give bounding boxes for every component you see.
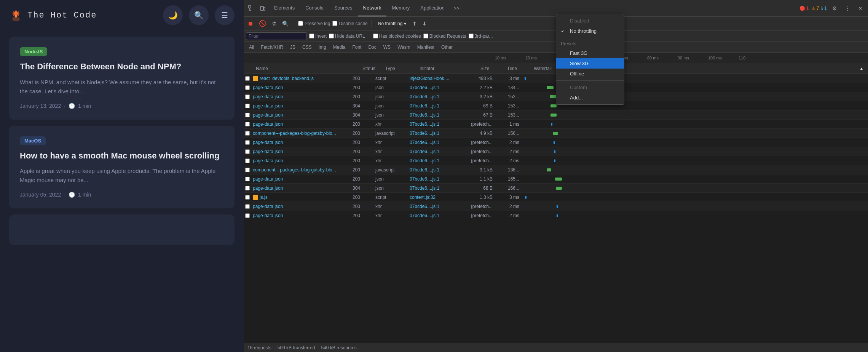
blog-card-title-2: How to have a smooth Mac mouse wheel scr…	[20, 150, 224, 162]
hamburger-icon: ☰	[221, 11, 228, 20]
type-tab-font[interactable]: Font	[349, 44, 364, 51]
col-header-initiator[interactable]: Initiator	[417, 66, 478, 71]
has-blocked-cookies-checkbox[interactable]: Has blocked cookies	[373, 34, 421, 39]
type-tab-wasm[interactable]: Wasm	[394, 44, 413, 51]
type-tab-fetch-xhr[interactable]: Fetch/XHR	[258, 44, 286, 51]
type-tab-media[interactable]: Media	[330, 44, 349, 51]
chevron-down-icon: ▾	[404, 21, 406, 26]
data-transferred: 509 kB transferred	[278, 345, 315, 350]
col-header-time[interactable]: Time	[505, 66, 531, 71]
blog-logo: The Hot Code	[9, 8, 97, 22]
dark-mode-button[interactable]: 🌙	[163, 5, 183, 25]
blog-content: NodeJS The Difference Between Node and N…	[0, 30, 244, 251]
type-tab-js[interactable]: JS	[287, 44, 298, 51]
hide-data-url-checkbox[interactable]: Hide data URL	[329, 34, 365, 39]
type-tab-css[interactable]: CSS	[299, 44, 315, 51]
tab-more[interactable]: >>	[450, 5, 463, 11]
dd-item-disabled[interactable]: Disabled	[556, 16, 624, 26]
type-tab-other[interactable]: Other	[438, 44, 456, 51]
tab-sources[interactable]: Sources	[329, 0, 358, 16]
col-header-name[interactable]: Name	[254, 66, 360, 71]
blocked-requests-checkbox[interactable]: Blocked Requests	[423, 34, 466, 39]
type-tab-img[interactable]: Img	[316, 44, 329, 51]
search-icon: 🔍	[194, 11, 204, 20]
blog-card-2[interactable]: MacOS How to have a smooth Mac mouse whe…	[9, 126, 235, 209]
devtools-panel: Elements Console Sources Network Memory …	[244, 0, 868, 352]
col-header-size[interactable]: Size	[478, 66, 505, 71]
resources-size: 540 kB resources	[321, 345, 356, 350]
devtools-tabs: Elements Console Sources Network Memory …	[269, 0, 463, 16]
clear-button[interactable]: 🚫	[257, 19, 268, 28]
tab-memory[interactable]: Memory	[386, 0, 415, 16]
blog-card-excerpt-2: Apple is great when you keep using Apple…	[20, 166, 224, 185]
menu-button[interactable]: ☰	[215, 5, 235, 25]
device-toolbar-button[interactable]	[257, 3, 268, 14]
throttle-dropdown[interactable]: No throttling ▾	[376, 20, 409, 27]
type-tab-all[interactable]: All	[246, 44, 257, 51]
toolbar-divider-2	[372, 20, 372, 27]
dd-item-offline[interactable]: Offline	[556, 69, 624, 79]
blog-panel: The Hot Code 🌙 🔍 ☰ NodeJS The Difference…	[0, 0, 244, 352]
info-icon: ℹ	[821, 6, 823, 11]
search-network-button[interactable]: 🔍	[281, 20, 290, 27]
type-tab-doc[interactable]: Doc	[365, 44, 379, 51]
table-row[interactable]: js.js 200 script content.js:32 1.3 kB 3 …	[244, 193, 868, 202]
tl-100ms: 100 ms	[708, 56, 739, 60]
read-time-2: 1 min	[78, 192, 91, 198]
dd-item-no-throttling[interactable]: ✓ No throttling	[556, 26, 624, 36]
filter-icon[interactable]: ⚗	[270, 20, 278, 27]
tab-network[interactable]: Network	[358, 0, 387, 16]
disable-cache-checkbox[interactable]: Disable cache	[332, 21, 367, 26]
table-row[interactable]: component---packages-blog-gatsby-blo... …	[244, 129, 868, 138]
dd-item-slow3g[interactable]: Slow 3G	[556, 58, 624, 69]
table-row[interactable]: page-data.json 304 json 07bcde6....js:1 …	[244, 110, 868, 120]
filter-divider	[369, 32, 369, 40]
table-row[interactable]: page-data.json 200 xhr 07bcde6....js:1 (…	[244, 156, 868, 165]
dd-item-fast3g[interactable]: Fast 3G	[556, 48, 624, 58]
type-tab-manifest[interactable]: Manifest	[414, 44, 437, 51]
table-row[interactable]: page-data.json 200 json 07bcde6....js:1 …	[244, 174, 868, 184]
blog-header-icons: 🌙 🔍 ☰	[163, 5, 235, 25]
record-button[interactable]: ⏺	[246, 19, 255, 28]
third-party-checkbox[interactable]: 3rd-par...	[469, 34, 493, 39]
more-options-button[interactable]: ⋮	[842, 3, 853, 14]
preserve-log-checkbox[interactable]: Preserve log	[298, 21, 330, 26]
info-badge: ℹ 1	[821, 6, 827, 11]
filter-input[interactable]	[246, 32, 307, 40]
tab-application[interactable]: Application	[415, 0, 450, 16]
table-row[interactable]: component---packages-blog-gatsby-blo... …	[244, 165, 868, 174]
settings-button[interactable]: ⚙	[829, 3, 840, 14]
warn-badge: ⚠ 7	[811, 6, 819, 11]
invert-checkbox[interactable]: Invert	[309, 34, 327, 39]
dd-item-custom[interactable]: Custom	[556, 82, 624, 93]
col-header-status[interactable]: Status	[360, 66, 383, 71]
tl-10ms: 10 ms	[495, 56, 525, 60]
table-row[interactable]: page-data.json 200 xhr 07bcde6....js:1 (…	[244, 138, 868, 147]
search-button[interactable]: 🔍	[189, 5, 209, 25]
dd-divider-1	[556, 38, 624, 38]
moon-icon: 🌙	[168, 11, 178, 20]
blog-card-1[interactable]: NodeJS The Difference Between Node and N…	[9, 37, 235, 120]
close-devtools-button[interactable]: ✕	[855, 3, 866, 14]
table-row[interactable]: page-data.json 200 xhr 07bcde6....js:1 (…	[244, 202, 868, 211]
export-button[interactable]: ⬇	[421, 20, 428, 27]
meta-dot-1: ·	[64, 103, 65, 109]
tab-console[interactable]: Console	[300, 0, 329, 16]
type-tab-ws[interactable]: WS	[380, 44, 394, 51]
table-row[interactable]: page-data.json 200 xhr 07bcde6....js:1 (…	[244, 147, 868, 156]
flame-icon	[9, 8, 23, 22]
col-header-type[interactable]: Type	[383, 66, 417, 71]
dd-item-add[interactable]: Add...	[556, 93, 624, 103]
table-row[interactable]: page-data.json 200 xhr 07bcde6....js:1 (…	[244, 120, 868, 129]
table-row[interactable]: page-data.json 200 xhr 07bcde6....js:1 (…	[244, 211, 868, 220]
table-row[interactable]: page-data.json 304 json 07bcde6....js:1 …	[244, 184, 868, 193]
svg-rect-4	[260, 6, 263, 10]
tab-elements[interactable]: Elements	[269, 0, 300, 16]
throttle-label: No throttling	[378, 21, 403, 26]
blog-card-title-1: The Difference Between Node and NPM?	[20, 61, 224, 72]
clock-icon-2: 🕐	[69, 192, 75, 198]
blog-card-3[interactable]	[9, 214, 235, 245]
inspect-element-button[interactable]	[246, 3, 257, 14]
network-table: react_devtools_backend.js 200 script inj…	[244, 74, 868, 343]
import-button[interactable]: ⬆	[411, 20, 418, 27]
